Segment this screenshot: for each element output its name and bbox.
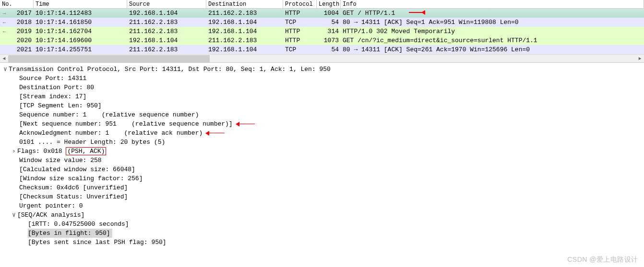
field-flags[interactable]: ›Flags: 0x018 (PSH, ACK) — [2, 147, 644, 156]
cell-info: GET / HTTP/1.1 — [341, 10, 644, 17]
cell-info: GET /cn/?ic_medium=direct&ic_source=surl… — [341, 37, 644, 44]
field-bytes-in-flight[interactable]: [Bytes in flight: 950] — [2, 229, 644, 238]
col-header-time[interactable]: Time — [34, 0, 127, 8]
field-bytes-since-psh[interactable]: [Bytes sent since last PSH flag: 950] — [2, 238, 644, 247]
scroll-track[interactable] — [8, 55, 636, 62]
cell-time: 10:17:14.162704 — [34, 28, 127, 35]
packet-list: No. Time Source Destination Protocol Len… — [0, 0, 644, 63]
cell-source: 192.168.1.104 — [127, 37, 206, 44]
cell-protocol: HTTP — [283, 37, 317, 44]
packet-row[interactable]: ←201810:17:14.161850211.162.2.183192.168… — [0, 18, 644, 27]
col-header-protocol[interactable]: Protocol — [283, 0, 317, 8]
flags-highlight-box: (PSH, ACK) — [66, 147, 106, 155]
packet-row[interactable]: 202010:17:14.169600192.168.1.104211.162.… — [0, 36, 644, 45]
direction-arrow-icon: → — [1, 11, 8, 16]
expand-icon[interactable]: › — [11, 147, 17, 156]
field-next-sequence-number[interactable]: [Next sequence number: 951 (relative seq… — [2, 119, 644, 128]
field-ack-number[interactable]: Acknowledgment number: 1 (relative ack n… — [2, 128, 644, 138]
cell-no: 2020 — [0, 37, 34, 44]
cell-destination: 211.162.2.183 — [206, 10, 283, 17]
field-calc-window-size[interactable]: [Calculated window size: 66048] — [2, 165, 644, 174]
cell-protocol: HTTP — [283, 10, 317, 17]
field-urgent-pointer[interactable]: Urgent pointer: 0 — [2, 201, 644, 210]
cell-info: HTTP/1.0 302 Moved Temporarily — [341, 28, 644, 35]
cell-source: 211.162.2.183 — [127, 19, 206, 26]
packet-detail-pane: ∨Transmission Control Protocol, Src Port… — [0, 63, 644, 249]
col-header-info[interactable]: Info — [341, 0, 644, 8]
packet-list-header: No. Time Source Destination Protocol Len… — [0, 0, 644, 9]
col-header-no[interactable]: No. — [0, 0, 34, 8]
annotation-arrow-icon — [235, 121, 259, 127]
annotation-arrow-icon — [204, 130, 228, 136]
direction-arrow-icon: ← — [1, 20, 8, 25]
scroll-right-icon[interactable]: ► — [636, 55, 644, 62]
cell-destination: 192.168.1.104 — [206, 28, 283, 35]
collapse-icon[interactable]: ∨ — [11, 210, 17, 220]
field-seq-ack-analysis[interactable]: ∨[SEQ/ACK analysis] — [2, 210, 644, 220]
cell-length: 54 — [317, 19, 341, 26]
col-header-source[interactable]: Source — [127, 0, 206, 8]
horizontal-scrollbar[interactable]: ◄ ► — [0, 54, 644, 62]
cell-destination: 192.168.1.104 — [206, 19, 283, 26]
cell-length: 1073 — [317, 37, 341, 44]
col-header-destination[interactable]: Destination — [206, 0, 283, 8]
collapse-icon[interactable]: ∨ — [2, 65, 9, 74]
cell-source: 192.168.1.104 — [127, 10, 206, 17]
field-irtt[interactable]: [iRTT: 0.047525000 seconds] — [2, 220, 644, 229]
field-window-size[interactable]: Window size value: 258 — [2, 156, 644, 165]
direction-arrow-icon: ← — [1, 29, 8, 35]
field-stream-index[interactable]: [Stream index: 17] — [2, 92, 644, 101]
cell-source: 211.162.2.183 — [127, 46, 206, 53]
field-sequence-number[interactable]: Sequence number: 1 (relative sequence nu… — [2, 110, 644, 119]
annotation-arrow-icon — [408, 9, 427, 16]
cell-protocol: TCP — [283, 46, 317, 53]
field-checksum[interactable]: Checksum: 0x4dc6 [unverified] — [2, 183, 644, 192]
cell-info: 80 → 14311 [ACK] Seq=1 Ack=951 Win=11980… — [341, 19, 644, 26]
cell-info: 80 → 14311 [ACK] Seq=261 Ack=1970 Win=12… — [341, 46, 644, 53]
cell-destination: 192.168.1.104 — [206, 46, 283, 53]
field-checksum-status[interactable]: [Checksum Status: Unverified] — [2, 192, 644, 201]
cell-protocol: TCP — [283, 19, 317, 26]
cell-no: 2021 — [0, 46, 34, 53]
field-header-length[interactable]: 0101 .... = Header Length: 20 bytes (5) — [2, 138, 644, 147]
cell-time: 10:17:14.161850 — [34, 19, 127, 26]
field-destination-port[interactable]: Destination Port: 80 — [2, 83, 644, 92]
cell-protocol: HTTP — [283, 28, 317, 35]
col-header-length[interactable]: Length — [317, 0, 341, 8]
field-window-scaling[interactable]: [Window size scaling factor: 256] — [2, 174, 644, 183]
cell-destination: 211.162.2.183 — [206, 37, 283, 44]
field-tcp-segment-len[interactable]: [TCP Segment Len: 950] — [2, 101, 644, 110]
cell-time: 10:17:14.255751 — [34, 46, 127, 53]
scroll-thumb[interactable] — [8, 55, 210, 62]
packet-row[interactable]: ←201910:17:14.162704211.162.2.183192.168… — [0, 27, 644, 36]
cell-length: 1004 — [317, 10, 341, 17]
cell-length: 54 — [317, 46, 341, 53]
packet-row[interactable]: →201710:17:14.112483192.168.1.104211.162… — [0, 9, 644, 18]
cell-time: 10:17:14.169600 — [34, 37, 127, 44]
scroll-left-icon[interactable]: ◄ — [0, 55, 8, 62]
cell-time: 10:17:14.112483 — [34, 10, 127, 17]
cell-source: 211.162.2.183 — [127, 28, 206, 35]
cell-length: 314 — [317, 28, 341, 35]
field-source-port[interactable]: Source Port: 14311 — [2, 74, 644, 83]
packet-row[interactable]: 202110:17:14.255751211.162.2.183192.168.… — [0, 45, 644, 54]
proto-tcp-header[interactable]: ∨Transmission Control Protocol, Src Port… — [2, 65, 644, 74]
